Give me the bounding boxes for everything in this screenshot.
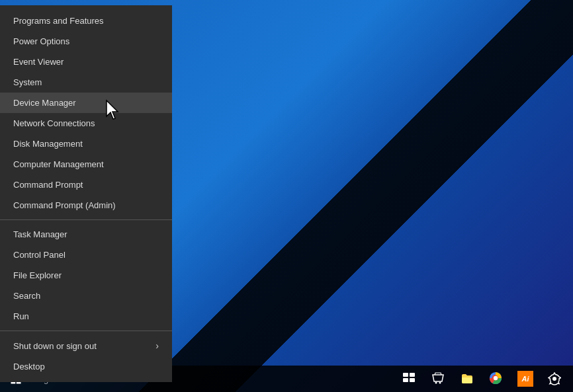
- menu-item-label: Desktop: [13, 362, 45, 372]
- menu-item-task-manager[interactable]: Task Manager: [0, 224, 172, 245]
- submenu-arrow-icon: ›: [155, 340, 159, 351]
- task-view-icon[interactable]: [396, 366, 422, 392]
- menu-item-device-manager[interactable]: Device Manager: [0, 93, 172, 113]
- menu-item-label: Power Options: [13, 36, 69, 46]
- menu-item-label: Command Prompt (Admin): [13, 200, 116, 210]
- svg-point-9: [435, 382, 437, 384]
- menu-item-file-explorer[interactable]: File Explorer: [0, 265, 172, 286]
- menu-item-programs-features[interactable]: Programs and Features: [0, 11, 172, 31]
- illustrator-icon[interactable]: Ai: [512, 366, 539, 392]
- menu-item-label: Task Manager: [13, 229, 67, 239]
- file-explorer-icon[interactable]: [454, 366, 480, 392]
- menu-item-shut-down[interactable]: Shut down or sign out›: [0, 335, 172, 356]
- menu-item-label: File Explorer: [13, 270, 62, 280]
- taskbar-icons: Ai: [396, 366, 568, 392]
- chrome-icon[interactable]: [483, 366, 509, 392]
- menu-item-label: Shut down or sign out: [13, 341, 97, 351]
- menu-divider: [0, 219, 172, 220]
- menu-item-computer-management[interactable]: Computer Management: [0, 154, 172, 175]
- menu-item-label: System: [13, 77, 42, 87]
- menu-item-label: Run: [13, 311, 29, 321]
- menu-item-network-connections[interactable]: Network Connections: [0, 113, 172, 134]
- menu-item-label: Computer Management: [13, 159, 104, 169]
- menu-item-search[interactable]: Search: [0, 286, 172, 306]
- menu-item-label: Disk Management: [13, 139, 83, 149]
- menu-item-power-options[interactable]: Power Options: [0, 31, 172, 52]
- svg-point-10: [439, 382, 441, 384]
- svg-rect-6: [410, 373, 415, 377]
- settings-icon[interactable]: [541, 366, 568, 392]
- menu-item-desktop[interactable]: Desktop: [0, 356, 172, 377]
- menu-item-disk-management[interactable]: Disk Management: [0, 134, 172, 154]
- menu-item-event-viewer[interactable]: Event Viewer: [0, 52, 172, 72]
- menu-item-label: Network Connections: [13, 118, 95, 128]
- store-icon[interactable]: [425, 366, 451, 392]
- menu-divider: [0, 331, 172, 331]
- menu-item-label: Control Panel: [13, 250, 66, 260]
- menu-item-label: Search: [13, 291, 40, 301]
- svg-rect-5: [403, 373, 408, 377]
- menu-item-command-prompt[interactable]: Command Prompt: [0, 175, 172, 195]
- menu-item-label: Command Prompt: [13, 180, 83, 190]
- svg-point-13: [494, 376, 498, 380]
- svg-rect-7: [403, 378, 408, 382]
- menu-item-command-prompt-admin[interactable]: Command Prompt (Admin): [0, 195, 172, 216]
- menu-item-label: Event Viewer: [13, 57, 64, 67]
- menu-item-label: Programs and Features: [13, 16, 104, 26]
- menu-item-label: Device Manager: [13, 98, 76, 108]
- context-menu: Programs and FeaturesPower OptionsEvent …: [0, 5, 172, 382]
- menu-item-control-panel[interactable]: Control Panel: [0, 245, 172, 265]
- menu-item-run[interactable]: Run: [0, 306, 172, 327]
- menu-item-system[interactable]: System: [0, 72, 172, 93]
- svg-rect-8: [410, 378, 415, 382]
